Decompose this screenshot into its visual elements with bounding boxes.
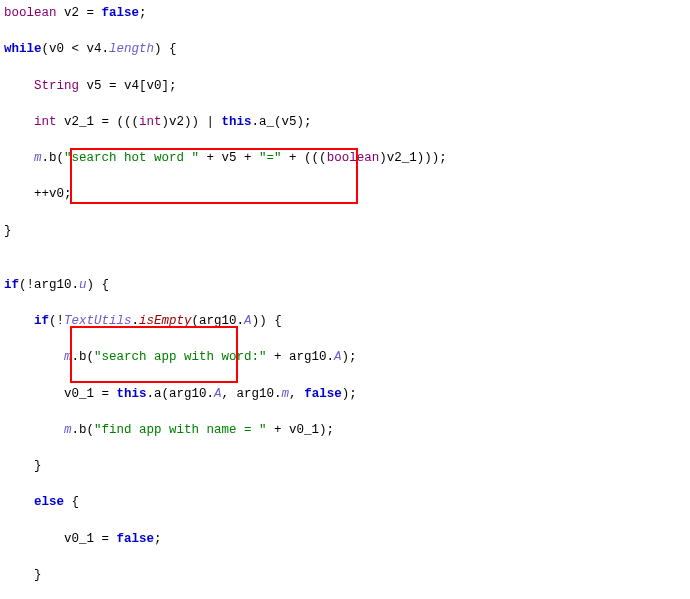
code-line: String v5 = v4[v0];	[4, 77, 686, 95]
code-line: boolean v2 = false;	[4, 4, 686, 22]
code-line: int v2_1 = (((int)v2)) | this.a_(v5);	[4, 113, 686, 131]
code-line: if(!TextUtils.isEmpty(arg10.A)) {	[4, 312, 686, 330]
code-line: m.b("search app with word:" + arg10.A);	[4, 348, 686, 366]
code-line: if(!arg10.u) {	[4, 276, 686, 294]
code-line: }	[4, 222, 686, 240]
code-line: else {	[4, 493, 686, 511]
code-line: ++v0;	[4, 185, 686, 203]
code-line: v0_1 = this.a(arg10.A, arg10.m, false);	[4, 385, 686, 403]
code-block: boolean v2 = false; while(v0 < v4.length…	[4, 4, 686, 599]
code-line: while(v0 < v4.length) {	[4, 40, 686, 58]
code-line: v0_1 = false;	[4, 530, 686, 548]
code-line: }	[4, 457, 686, 475]
code-line: m.b("find app with name = " + v0_1);	[4, 421, 686, 439]
code-line: m.b("search hot word " + v5 + "=" + (((b…	[4, 149, 686, 167]
code-line: }	[4, 566, 686, 584]
